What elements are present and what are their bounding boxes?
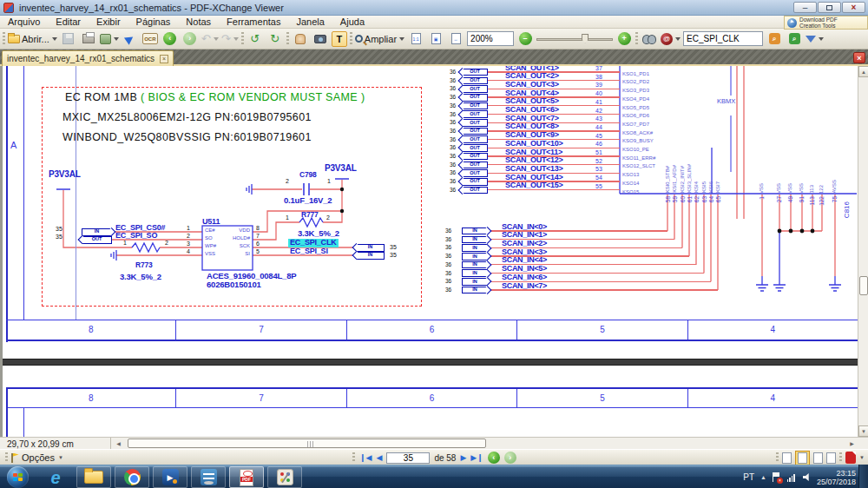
close-document-button[interactable]: × bbox=[853, 52, 865, 63]
rotate-cw-button[interactable]: ↻ bbox=[266, 30, 284, 48]
facing-continuous-layout-button[interactable] bbox=[826, 452, 836, 464]
find-next-button[interactable]: ⌕ bbox=[786, 30, 803, 48]
search-input[interactable] bbox=[683, 31, 763, 46]
menu-item[interactable]: Páginas bbox=[128, 16, 179, 28]
options-button[interactable]: Opções bbox=[22, 452, 55, 463]
taskbar-item-pdf-xchange[interactable] bbox=[229, 466, 264, 488]
fit-width-button[interactable]: ↔ bbox=[447, 30, 464, 48]
taskbar-item-internet-explorer[interactable]: e bbox=[38, 466, 73, 488]
first-page-button[interactable]: ❙◀ bbox=[359, 454, 372, 462]
show-desktop-button[interactable] bbox=[858, 465, 868, 488]
zoom-out-button[interactable]: – bbox=[516, 30, 534, 48]
ocr-button[interactable]: OCR bbox=[141, 30, 159, 48]
page-number-input[interactable] bbox=[386, 452, 430, 464]
network-icon[interactable] bbox=[787, 473, 797, 482]
find-previous-button[interactable]: ⌕ bbox=[766, 30, 783, 48]
statusbar-grip[interactable] bbox=[352, 452, 355, 463]
internet-explorer-icon: e bbox=[50, 469, 60, 486]
statusbar-grip[interactable] bbox=[5, 452, 8, 463]
single-page-layout-button[interactable] bbox=[782, 452, 792, 464]
toolbar-grip[interactable] bbox=[286, 32, 289, 46]
save-button[interactable] bbox=[60, 30, 77, 48]
go-forward-button[interactable]: › bbox=[181, 30, 199, 48]
action-center-flag-icon[interactable]: × bbox=[773, 472, 781, 483]
taskbar-item-media-player[interactable]: ▶ bbox=[153, 466, 187, 488]
scroll-up-button[interactable]: ▲ bbox=[858, 66, 868, 77]
zoom-level-input[interactable] bbox=[467, 31, 514, 46]
taskbar-item-chrome[interactable] bbox=[115, 466, 149, 488]
language-indicator[interactable]: PT bbox=[743, 472, 754, 482]
hidden-icons-button[interactable]: ▲ bbox=[760, 474, 766, 480]
speaker-icon[interactable] bbox=[803, 473, 811, 481]
u511-pin-number: 6 bbox=[256, 241, 260, 247]
system-tray: PT ▲ × 23:15 25/07/2018 bbox=[743, 465, 856, 488]
taskbar-item-system-tool[interactable] bbox=[191, 466, 226, 488]
actual-size-button[interactable]: 1:1 bbox=[407, 30, 424, 48]
view-back-button[interactable]: ‹ bbox=[488, 452, 500, 464]
options-dropdown-icon[interactable]: ▼ bbox=[58, 455, 63, 460]
document-tab[interactable]: inventec_harvey_14_rx01_schematics × bbox=[2, 50, 174, 66]
export-button[interactable] bbox=[100, 30, 119, 48]
close-button[interactable]: × bbox=[842, 2, 865, 13]
clock[interactable]: 23:15 25/07/2018 bbox=[817, 469, 856, 486]
statusbar-grip[interactable] bbox=[776, 452, 779, 463]
in-port-symbol: IN bbox=[462, 278, 488, 286]
taskbar-item-paint[interactable] bbox=[267, 466, 302, 488]
taskbar-item-explorer[interactable] bbox=[76, 466, 111, 488]
menu-item[interactable]: Arquivo bbox=[0, 16, 48, 28]
scroll-down-button[interactable]: ▼ bbox=[858, 425, 868, 437]
net-label: SCAN_IN<2> bbox=[502, 239, 547, 247]
zoom-slider[interactable] bbox=[536, 33, 613, 45]
slider-thumb[interactable] bbox=[582, 34, 589, 43]
toolbar-grip[interactable] bbox=[635, 32, 638, 46]
snapshot-button[interactable] bbox=[312, 30, 329, 48]
maximize-button[interactable] bbox=[818, 2, 841, 13]
view-forward-button[interactable]: › bbox=[504, 452, 516, 464]
menu-item[interactable]: Ajuda bbox=[332, 16, 372, 28]
search-options-button[interactable]: @ bbox=[661, 30, 681, 48]
pin-number: 41 bbox=[595, 99, 602, 105]
search-button[interactable] bbox=[641, 30, 658, 48]
toolbar-grip[interactable] bbox=[3, 32, 5, 46]
scroll-left-button[interactable]: ◀ bbox=[113, 438, 124, 449]
toolbar-grip[interactable] bbox=[241, 32, 244, 46]
previous-page-button[interactable]: ◀ bbox=[376, 454, 382, 462]
facing-layout-button[interactable] bbox=[813, 452, 823, 464]
redo-button[interactable]: ↷ bbox=[221, 30, 239, 48]
send-mail-button[interactable] bbox=[122, 30, 139, 48]
ksi-pin-number: 62 bbox=[694, 196, 700, 202]
hand-tool-button[interactable] bbox=[292, 30, 309, 48]
cap-refdes: C798 bbox=[299, 171, 317, 179]
go-back-button[interactable]: ‹ bbox=[161, 30, 179, 48]
zoom-tool-button[interactable]: Ampliar bbox=[355, 30, 404, 48]
menu-item[interactable]: Editar bbox=[48, 16, 89, 28]
menu-item[interactable]: Exibir bbox=[89, 16, 128, 28]
start-button[interactable] bbox=[7, 466, 29, 488]
menu-item[interactable]: Notas bbox=[178, 16, 219, 28]
zoom-in-button[interactable]: + bbox=[615, 30, 633, 48]
last-page-button[interactable]: ▶❙ bbox=[470, 454, 483, 462]
vertical-scroll-thumb[interactable] bbox=[859, 276, 868, 295]
horizontal-scroll-thumb[interactable] bbox=[128, 439, 486, 448]
minimize-button[interactable]: – bbox=[793, 2, 817, 13]
menu-item[interactable]: Ferramentas bbox=[219, 16, 288, 28]
text-select-tool-button[interactable]: T bbox=[332, 31, 347, 47]
toolbar-grip[interactable] bbox=[350, 32, 352, 46]
menu-item[interactable]: Janela bbox=[288, 16, 332, 28]
undo-button[interactable]: ↶ bbox=[201, 30, 219, 48]
statusbar-grip[interactable] bbox=[839, 452, 842, 463]
fit-page-button[interactable]: ▣ bbox=[427, 30, 444, 48]
open-button[interactable]: Abrir... bbox=[8, 30, 57, 48]
continuous-layout-button[interactable] bbox=[795, 451, 810, 465]
download-pdf-tools-button[interactable]: Download PDF Creation Tools bbox=[784, 16, 868, 30]
pdf-dropdown-icon[interactable]: ▼ bbox=[859, 455, 865, 460]
print-button[interactable] bbox=[80, 30, 97, 48]
tab-close-icon[interactable]: × bbox=[160, 55, 168, 63]
filter-button[interactable] bbox=[806, 30, 824, 48]
scroll-right-button[interactable]: ▶ bbox=[846, 438, 858, 449]
out-port-symbol: OUT bbox=[462, 153, 488, 161]
vertical-scrollbar[interactable]: ▲ ▼ bbox=[858, 66, 868, 437]
next-page-button[interactable]: ▶ bbox=[460, 454, 466, 462]
adobe-pdf-icon[interactable] bbox=[845, 452, 856, 464]
rotate-ccw-button[interactable]: ↺ bbox=[247, 30, 264, 48]
